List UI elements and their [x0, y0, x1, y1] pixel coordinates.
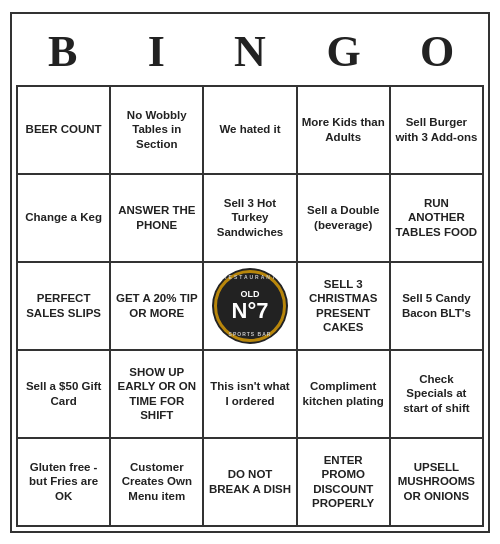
- cell-r3c4: Check Specials at start of shift: [391, 351, 484, 439]
- bingo-letter-n: N: [206, 26, 294, 77]
- cell-r4c1: Customer Creates Own Menu item: [111, 439, 204, 527]
- cell-r0c4: Sell Burger with 3 Add-ons: [391, 87, 484, 175]
- cell-r3c2: This isn't what I ordered: [204, 351, 297, 439]
- cell-r1c1: ANSWER THE PHONE: [111, 175, 204, 263]
- cell-r0c3: More Kids than Adults: [298, 87, 391, 175]
- cell-r3c3: Compliment kitchen plating: [298, 351, 391, 439]
- cell-r0c0: BEER COUNT: [18, 87, 111, 175]
- cell-r4c0: Gluten free - but Fries are OK: [18, 439, 111, 527]
- bingo-grid: BEER COUNTNo Wobbly Tables in SectionWe …: [16, 85, 484, 527]
- cell-r0c1: No Wobbly Tables in Section: [111, 87, 204, 175]
- cell-r1c2: Sell 3 Hot Turkey Sandwiches: [204, 175, 297, 263]
- cell-r2c0: PERFECT SALES SLIPS: [18, 263, 111, 351]
- bingo-header: BINGO: [16, 18, 484, 85]
- cell-r2c2: RESTAURANT OLD N°7 SPORTS BAR: [204, 263, 297, 351]
- bingo-letter-b: B: [19, 26, 107, 77]
- cell-r1c3: Sell a Double (beverage): [298, 175, 391, 263]
- cell-r3c0: Sell a $50 Gift Card: [18, 351, 111, 439]
- bingo-letter-g: G: [300, 26, 388, 77]
- cell-r4c4: UPSELL MUSHROOMS OR ONIONS: [391, 439, 484, 527]
- cell-r4c2: DO NOT BREAK A DISH: [204, 439, 297, 527]
- bingo-card: BINGO BEER COUNTNo Wobbly Tables in Sect…: [10, 12, 490, 533]
- cell-r2c4: Sell 5 Candy Bacon BLT's: [391, 263, 484, 351]
- cell-r2c3: SELL 3 CHRISTMAS PRESENT CAKES: [298, 263, 391, 351]
- cell-r1c0: Change a Keg: [18, 175, 111, 263]
- bingo-letter-o: O: [393, 26, 481, 77]
- bingo-letter-i: I: [112, 26, 200, 77]
- cell-r1c4: RUN ANOTHER TABLES FOOD: [391, 175, 484, 263]
- cell-r2c1: GET A 20% TIP OR MORE: [111, 263, 204, 351]
- cell-r3c1: SHOW UP EARLY OR ON TIME FOR SHIFT: [111, 351, 204, 439]
- cell-r4c3: ENTER PROMO DISCOUNT PROPERLY: [298, 439, 391, 527]
- cell-r0c2: We hated it: [204, 87, 297, 175]
